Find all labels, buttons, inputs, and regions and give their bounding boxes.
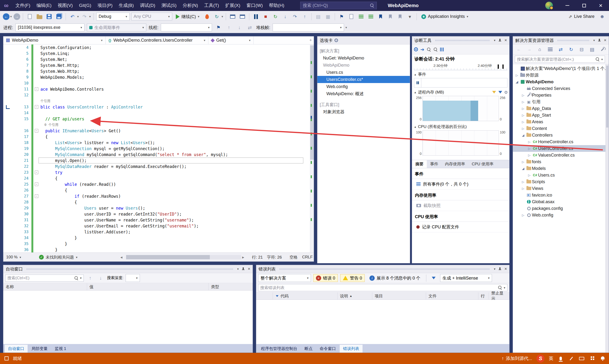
- pin-icon[interactable]: [498, 39, 502, 42]
- close-button[interactable]: ×: [592, 0, 609, 11]
- source-dropdown[interactable]: 生成 + IntelliSense▾: [440, 274, 492, 282]
- search-up-icon[interactable]: ↑: [86, 274, 94, 282]
- solution-search-box[interactable]: 搜索解决方案资源管理器(Ctrl+;) ▾: [515, 56, 605, 63]
- chevron-down-icon[interactable]: ▾: [237, 267, 239, 271]
- tree-homecontroller-cs[interactable]: ▷C#HomeController.cs: [513, 139, 609, 145]
- tree-fonts[interactable]: ▷fonts: [513, 158, 609, 165]
- code-line-24[interactable]: 24 {: [3, 175, 310, 181]
- code-window-alt-button[interactable]: [238, 13, 246, 21]
- tree-global-asax[interactable]: Global.asax: [513, 198, 609, 205]
- tree-scripts[interactable]: ▷Scripts: [513, 178, 609, 185]
- tabcard-group-webapidemo[interactable]: WebApiDemo: [317, 62, 410, 69]
- menu-item-12[interactable]: 帮助(H): [266, 0, 287, 11]
- menu-item-0[interactable]: 文件(F): [12, 0, 33, 11]
- menu-item-9[interactable]: 工具(T): [201, 0, 222, 11]
- toggle-frames-icon[interactable]: ⇄: [246, 24, 254, 32]
- memory-section-label[interactable]: ▲进程内存 (MB): [412, 88, 509, 95]
- code-line-15[interactable]: 15 // GET api/users: [3, 116, 310, 122]
- diagnostics-timeline-ruler[interactable]: 2:30分钟 2:40分钟: [414, 63, 507, 70]
- document-health-indicator[interactable]: ✓ 未找到相关问题 ▾: [39, 253, 78, 262]
- diag-tab-1[interactable]: 事件: [427, 160, 441, 168]
- nav-member-dropdown[interactable]: Get() ▾: [208, 36, 254, 44]
- bookmark-overflow-button[interactable]: ▾: [406, 13, 414, 21]
- tree-chevron-icon[interactable]: ◢: [514, 80, 519, 84]
- flag-icon[interactable]: ⚑: [214, 24, 222, 32]
- ime-grid-icon[interactable]: [589, 355, 595, 362]
- pen-input-icon[interactable]: [568, 355, 574, 362]
- error-column-5[interactable]: 行: [479, 292, 489, 299]
- show-all-files-icon[interactable]: ▤: [588, 45, 596, 53]
- code-line-25[interactable]: 25- while (reader.Read()): [3, 181, 310, 187]
- tree-areas[interactable]: ▷Areas: [513, 118, 609, 125]
- platform-dropdown[interactable]: Any CPU▾: [131, 13, 172, 20]
- error-list-tab-0[interactable]: 程序包管理器控制台: [258, 345, 301, 352]
- tabcard-item-nuget[interactable]: NuGet: WebApiDemo: [317, 54, 410, 62]
- code-line-20[interactable]: 20 MySqlCommand mySqlCommand = getSqlCom…: [3, 152, 310, 157]
- nav-back-button[interactable]: ←: [3, 13, 10, 20]
- autos-tab-0[interactable]: 自动窗口: [5, 345, 28, 352]
- toggle-bookmark-button[interactable]: [376, 13, 385, 21]
- code-area[interactable]: 4System.Configuration;5System.Linq;6Syst…: [3, 44, 310, 252]
- code-line-13[interactable]: 13-blic class UsersController : ApiContr…: [3, 104, 310, 110]
- code-line-31[interactable]: 31 user.UserName = reader.GetString("use…: [3, 217, 310, 223]
- diag-tab-0[interactable]: 摘要: [412, 160, 427, 168]
- format-selection-button[interactable]: [367, 13, 375, 21]
- tree-chevron-icon[interactable]: ▷: [527, 147, 532, 150]
- search-down-icon[interactable]: ↓: [97, 274, 105, 282]
- autos-body[interactable]: [3, 290, 253, 344]
- code-line-4[interactable]: 4System.Configuration;: [3, 44, 310, 51]
- code-line-19[interactable]: 19 MySqlConnection mysql = getMySqlConne…: [3, 146, 310, 152]
- tree-chevron-icon[interactable]: ▷: [527, 173, 532, 177]
- next-bookmark-button[interactable]: [396, 13, 404, 21]
- tree-chevron-icon[interactable]: ▷: [514, 74, 519, 77]
- memory-filter-yellow-icon[interactable]: [492, 91, 496, 93]
- scope-dropdown[interactable]: 整个解决方案▾: [258, 274, 311, 282]
- filter-button[interactable]: [430, 274, 438, 282]
- sync-with-active-icon[interactable]: ⇄: [557, 45, 565, 53]
- fold-collapse-icon[interactable]: -: [35, 170, 38, 174]
- code-line-12[interactable]: 12: [3, 92, 310, 98]
- error-list-body[interactable]: [256, 300, 509, 344]
- error-list-tab-1[interactable]: 断点: [301, 345, 316, 352]
- close-icon[interactable]: ×: [504, 38, 507, 43]
- menu-item-10[interactable]: 扩展(X): [222, 0, 243, 11]
- tabcard-item-userscontroller-cs[interactable]: UsersController.cs*: [317, 76, 410, 83]
- error-column-2[interactable]: 说明▲: [337, 292, 372, 299]
- tree-chevron-icon[interactable]: ◢: [520, 133, 526, 137]
- lifecycle-events-dropdown[interactable]: 生命周期事件▾: [87, 24, 146, 31]
- code-line-9[interactable]: 9WebApiDemo.Models;: [3, 74, 310, 80]
- home-icon[interactable]: ⌂: [536, 45, 544, 53]
- error-column-4[interactable]: 文件: [426, 292, 479, 299]
- solution-scrollbar[interactable]: [605, 64, 609, 352]
- tree-properties[interactable]: ▷Properties: [513, 92, 609, 99]
- warnings-filter-button[interactable]: 警告 0: [340, 274, 365, 282]
- code-line-6[interactable]: 6System.Net;: [3, 56, 310, 62]
- properties-icon[interactable]: [598, 45, 607, 53]
- all-events-link[interactable]: 所有事件(0 个，共 0 个): [412, 179, 509, 190]
- nav-forward-button[interactable]: →: [13, 13, 20, 20]
- user-avatar[interactable]: [545, 2, 553, 9]
- save-all-button[interactable]: [55, 13, 63, 21]
- tree-references[interactable]: ▷▣引用: [513, 99, 609, 105]
- tree-chevron-icon[interactable]: ▷: [520, 100, 526, 104]
- switch-views-icon[interactable]: [546, 45, 554, 53]
- error-column-0[interactable]: [256, 292, 273, 299]
- code-line-22[interactable]: 22 MySqlDataReader reader = mySqlCommand…: [3, 163, 310, 169]
- tree-packages-config[interactable]: packages.config: [513, 205, 609, 212]
- feedback-icon[interactable]: ☻: [598, 13, 606, 21]
- messages-filter-button[interactable]: i 展示 8 个消息中的 0 个: [367, 274, 423, 282]
- ime-language-indicator[interactable]: 英: [549, 355, 553, 362]
- tabcard-item-overview[interactable]: WebApiDemo: 概述: [317, 90, 410, 97]
- undo-button[interactable]: ↶: [68, 13, 77, 21]
- error-column-1[interactable]: 代码: [273, 292, 337, 299]
- tabcard-item-users-cs[interactable]: Users.cs: [317, 69, 410, 76]
- collapse-all-icon[interactable]: ⊟: [578, 45, 586, 53]
- document-outline-button[interactable]: [347, 13, 355, 21]
- error-list-tab-3[interactable]: 错误列表: [340, 345, 363, 352]
- close-icon[interactable]: ×: [248, 266, 250, 272]
- menu-item-7[interactable]: 测试(S): [158, 0, 180, 11]
- stack-up-icon[interactable]: ↑: [225, 24, 233, 32]
- add-to-source-control-button[interactable]: ↑ 添加到源代...: [502, 355, 532, 362]
- tree-userscontroller-cs[interactable]: ▷C#UsersController.cs: [513, 145, 609, 152]
- zoom-dropdown[interactable]: 100 %▾: [6, 253, 21, 262]
